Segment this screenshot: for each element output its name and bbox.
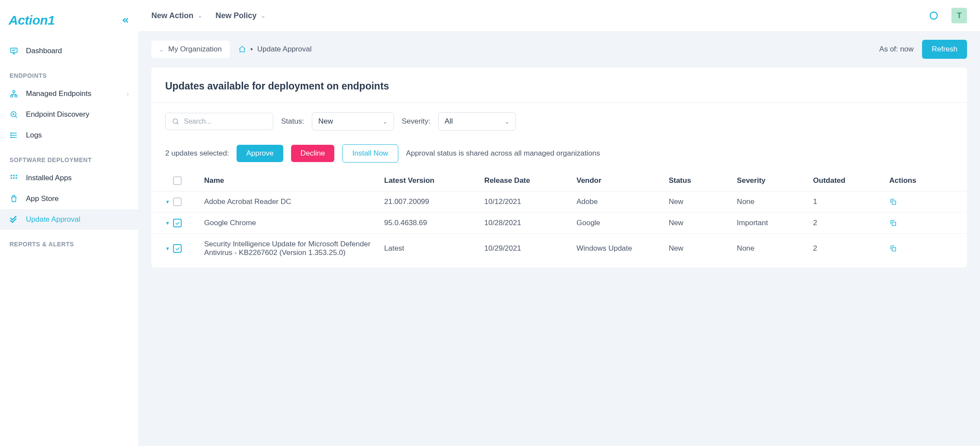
endpoints-icon [10,89,18,98]
col-latest-version: Latest Version [384,176,480,185]
svg-point-10 [11,137,12,138]
select-all-checkbox[interactable] [173,176,182,185]
row-expand-toggle[interactable]: ▼ [165,199,170,204]
status-label: Status: [281,117,304,126]
svg-rect-13 [16,175,17,176]
cell-version: 95.0.4638.69 [384,219,480,227]
cell-name: Adobe Acrobat Reader DC [204,198,380,206]
panel: Updates available for deployment on endp… [151,67,967,268]
store-icon [10,194,18,203]
cell-date: 10/28/2021 [484,219,572,227]
sidebar-section-software: SOFTWARE DEPLOYMENT [0,146,138,168]
logs-icon [10,131,18,140]
row-checkbox[interactable] [173,219,182,227]
chevron-down-icon: ⌄ [383,118,388,125]
col-severity: Severity [737,176,809,185]
status-select[interactable]: New ⌄ [312,112,394,131]
sidebar-item-update-approval[interactable]: Update Approval [0,209,138,230]
decline-button[interactable]: Decline [291,145,335,162]
org-name: My Organization [168,45,222,54]
cell-severity: None [737,198,809,206]
org-selector[interactable]: ⌄ My Organization [151,41,230,58]
dashboard-icon [10,47,18,55]
cell-vendor: Google [576,219,664,227]
chevron-down-icon: ⌄ [159,46,164,53]
topbar: New Action ⌄ New Policy ⌄ T [138,0,980,31]
severity-label: Severity: [402,117,430,126]
home-icon [238,45,246,53]
cell-version: 21.007.20099 [384,198,480,206]
updates-table: Name Latest Version Release Date Vendor … [151,170,967,263]
action-bar: 2 updates selected: Approve Decline Inst… [151,140,967,170]
cell-severity: None [737,244,809,253]
cell-date: 10/12/2021 [484,198,572,206]
svg-rect-2 [11,95,13,97]
svg-point-9 [11,135,12,136]
svg-rect-19 [892,201,896,204]
sidebar-item-managed-endpoints[interactable]: Managed Endpoints › [0,83,138,104]
breadcrumb-current: Update Approval [257,45,312,54]
search-input-wrapper[interactable] [165,113,273,130]
svg-rect-16 [16,177,17,178]
copy-icon[interactable] [889,245,953,252]
sidebar: Action1 Dashboard ENDPOINTS Managed Endp… [0,0,138,446]
help-icon[interactable] [929,11,938,20]
cell-vendor: Windows Update [576,244,664,253]
chevron-down-icon: ⌄ [261,13,266,19]
svg-rect-1 [13,91,15,92]
new-action-label: New Action [151,11,193,20]
row-checkbox[interactable] [173,244,182,253]
breadcrumb-page: • Update Approval [238,45,312,54]
severity-select[interactable]: All ⌄ [438,112,516,131]
sidebar-section-endpoints: ENDPOINTS [0,61,138,83]
svg-point-8 [11,133,12,134]
svg-rect-21 [892,248,896,251]
copy-icon[interactable] [889,198,953,206]
table-row: ▼Google Chrome95.0.4638.6910/28/2021Goog… [151,213,967,234]
severity-value: All [445,117,453,126]
search-input[interactable] [184,118,270,125]
sidebar-item-logs[interactable]: Logs [0,125,138,146]
refresh-button[interactable]: Refresh [922,40,967,59]
sidebar-item-label: Dashboard [26,47,62,55]
breadcrumb-separator: • [250,45,253,54]
sidebar-item-label: Update Approval [26,215,80,224]
cell-actions [889,219,953,227]
svg-point-17 [930,12,938,19]
row-expand-toggle[interactable]: ▼ [165,220,170,226]
col-status: Status [669,176,733,185]
apps-icon [10,174,18,182]
install-now-button[interactable]: Install Now [342,144,398,162]
cell-outdated: 1 [813,198,885,206]
new-policy-dropdown[interactable]: New Policy ⌄ [215,11,266,20]
cell-actions [889,245,953,252]
sidebar-item-app-store[interactable]: App Store [0,188,138,209]
cell-status: New [669,219,733,227]
col-vendor: Vendor [576,176,664,185]
new-action-dropdown[interactable]: New Action ⌄ [151,11,202,20]
approve-button[interactable]: Approve [237,145,283,162]
discovery-icon [10,110,18,119]
col-name: Name [204,176,380,185]
table-header: Name Latest Version Release Date Vendor … [151,170,967,191]
row-expand-toggle[interactable]: ▼ [165,246,170,251]
sidebar-item-label: Managed Endpoints [26,89,91,98]
sidebar-item-dashboard[interactable]: Dashboard [0,41,138,61]
row-checkbox[interactable] [173,198,182,206]
sidebar-item-installed-apps[interactable]: Installed Apps [0,168,138,188]
copy-icon[interactable] [889,219,953,227]
sidebar-collapse-button[interactable] [121,16,130,25]
col-outdated: Outdated [813,176,885,185]
brand-logo: Action1 [9,13,55,28]
cell-version: Latest [384,244,480,253]
chevron-down-icon: ⌄ [505,118,509,125]
as-of-text: As of: now [879,45,913,54]
sidebar-item-label: Endpoint Discovery [26,110,89,119]
svg-rect-12 [13,175,14,176]
sidebar-item-endpoint-discovery[interactable]: Endpoint Discovery [0,104,138,125]
avatar[interactable]: T [951,8,967,23]
cell-name: Security Intelligence Update for Microso… [204,240,380,257]
sidebar-section-reports: REPORTS & ALERTS [0,230,138,252]
sidebar-item-label: Installed Apps [26,174,72,182]
cell-status: New [669,198,733,206]
